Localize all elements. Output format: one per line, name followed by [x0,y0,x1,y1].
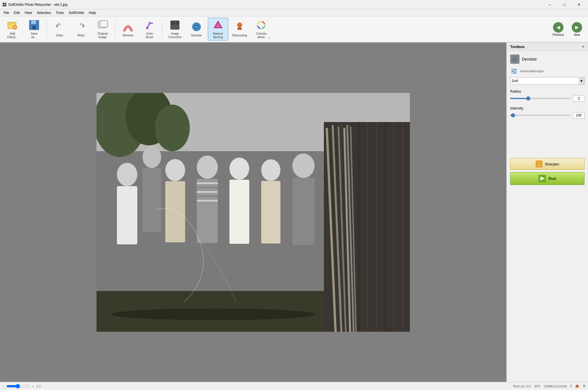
remove-label: Remove [122,34,133,37]
next-label: Next [574,33,580,36]
title-bar-controls: ─ □ ✕ [543,0,586,9]
status-right: Time (s): 0.0 JPG (1998x1312x24) ℹ 📤 ⚙ [513,384,586,388]
info-icon[interactable]: ℹ [571,384,572,388]
save-as-button[interactable]: Saveas... [24,18,44,40]
close-button[interactable]: ✕ [572,0,586,9]
svg-point-44 [117,163,137,186]
radius-value[interactable]: 3 [573,95,585,102]
menu-view[interactable]: View [22,9,34,16]
svg-point-63 [111,308,315,320]
svg-point-70 [512,69,514,70]
undo-label: Undo [56,34,63,37]
sharpen-label: Sharpen [545,162,559,166]
intensity-slider-row: 100 [510,112,585,119]
svg-rect-4 [31,20,36,24]
run-button[interactable]: Run [510,172,585,185]
denoise-button[interactable]: Denoise [186,18,207,40]
menu-softorbits[interactable]: SoftOrbits [66,9,86,16]
format-label: JPG [534,384,540,388]
window-title: SoftOrbits Photo Retoucher - old-2.jpg [8,3,67,7]
toolbox-close-button[interactable]: × [582,44,585,49]
svg-rect-62 [292,178,315,245]
svg-rect-58 [229,180,249,244]
retouching-button[interactable]: Retouching [229,18,250,40]
radius-section: Radius 3 [510,89,585,102]
radius-slider-row: 3 [510,95,585,102]
radius-label: Radius [510,89,585,93]
reduce-blurring-button[interactable]: Reduce blurring [208,18,228,40]
add-files-button[interactable]: + AddFile(s)... [2,18,23,40]
intensity-thumb[interactable] [511,113,515,117]
colorize-photo-icon [255,19,267,31]
select-dropdown-arrow[interactable]: ▼ [579,77,585,85]
denoise-section-icon [510,54,519,64]
title-bar-left: 🖼 SoftOrbits Photo Retoucher - old-2.jpg [2,2,67,7]
separator-2 [115,20,115,38]
svg-point-57 [229,158,249,180]
menu-help[interactable]: Help [87,9,99,16]
settings-icon[interactable]: ⚙ [583,384,586,388]
radius-fill [510,98,528,99]
previous-button[interactable]: ◀ Previous [550,21,567,38]
denoise-section-header: Denoise [510,54,585,64]
toolbox-panel: Toolbox × Denoise [506,43,588,382]
denoise-section-title: Denoise [522,57,537,61]
menu-file[interactable]: File [1,9,11,16]
svg-rect-60 [261,181,280,243]
photo-image [96,93,410,332]
menu-bar: File Edit View Selection Tools SoftOrbit… [0,9,588,16]
photo-container [0,43,506,382]
redo-button[interactable]: Redo [71,18,91,40]
next-button[interactable]: ▶ Next [568,21,586,38]
svg-rect-7 [100,21,108,27]
original-image-button[interactable]: OriginalImage [92,18,113,40]
toolbox-title: Toolbox [510,45,525,49]
toolbox-header: Toolbox × [507,43,588,51]
zoom-slider[interactable] [6,384,30,389]
undo-button[interactable]: Undo [49,18,70,40]
separator-1 [47,20,47,38]
svg-point-50 [197,156,218,179]
canvas-area[interactable] [0,43,506,382]
undo-icon [54,21,65,33]
next-arrow-icon: ▶ [572,22,582,33]
denoise-icon [191,21,202,33]
svg-point-72 [512,72,513,74]
undo-brush-icon [144,19,155,31]
remove-button[interactable]: Remove [118,18,138,40]
preset-select[interactable]: Soft Medium Strong Custom [510,77,579,85]
colorize-photo-button[interactable]: Colorizephoto ▼ [251,18,271,40]
svg-point-61 [292,153,315,178]
previous-label: Previous [553,33,564,36]
separator-3 [162,20,162,38]
run-icon [538,175,546,182]
toolbox-spacer [510,123,585,147]
presets-icon [510,67,518,75]
svg-marker-75 [540,177,545,181]
zoom-out-icon: − [2,384,4,388]
svg-rect-5 [32,26,36,29]
menu-selection[interactable]: Selection [34,9,53,16]
svg-text:+: + [14,25,16,29]
status-bar: − + 1:1 Time (s): 0.0 JPG (1998x1312x24)… [0,382,588,390]
radius-slider[interactable] [510,98,571,99]
image-correction-button[interactable]: ImageCorrection [165,18,185,40]
reduce-blurring-label: Reduce blurring [209,32,227,39]
toolbox-content: Denoise Voreinstellun [507,51,588,382]
zoom-in-icon: + [32,384,34,388]
add-files-icon: + [7,19,18,31]
menu-edit[interactable]: Edit [11,9,22,16]
intensity-value[interactable]: 100 [573,112,585,119]
nav-buttons: ◀ Previous ▶ Next [550,21,586,38]
maximize-button[interactable]: □ [558,0,571,9]
sharpen-button[interactable]: ! Sharpen [510,158,585,170]
share-icon[interactable]: 📤 [575,384,579,388]
minimize-button[interactable]: ─ [543,0,557,9]
svg-rect-45 [117,186,137,244]
intensity-slider[interactable] [510,115,571,116]
radius-thumb[interactable] [526,96,530,100]
image-correction-label: ImageCorrection [168,32,182,39]
svg-rect-49 [165,181,185,242]
menu-tools[interactable]: Tools [53,9,66,16]
undo-brush-button[interactable]: UndoBrush [139,18,160,40]
